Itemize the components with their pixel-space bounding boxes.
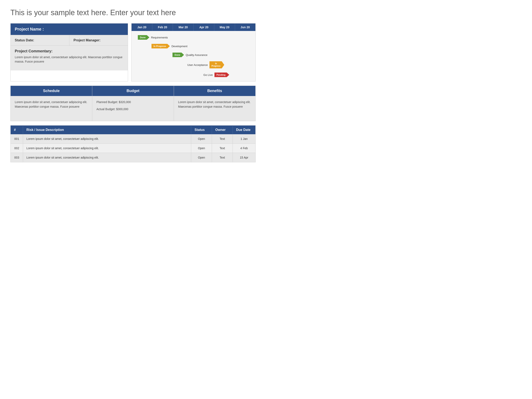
risk-desc: Lorem ipsum dolor sit amet, consectetuer…	[23, 134, 191, 144]
risk-num: 001	[11, 134, 23, 144]
benefits-text: Lorem ipsum dolor sit amet, consectetuer…	[178, 100, 251, 108]
gantt-row-user-acceptance: User Acceptance InProgress	[132, 59, 255, 70]
col-header-status: Status	[191, 126, 212, 134]
qa-label: Quality Assurance	[186, 53, 207, 57]
risk-table-row: 003 Lorem ipsum dolor sit amet, consecte…	[11, 153, 256, 162]
risk-due-date: 15 Apr	[233, 153, 256, 162]
development-status-arrow: In Progress	[152, 44, 170, 48]
risk-status: Open	[191, 134, 212, 144]
gantt-chart: Jan 20 Feb 20 Mar 20 Apr 20 May 20 Jun 2…	[131, 23, 256, 82]
risk-num: 002	[11, 144, 23, 153]
risk-desc: Lorem ipsum dolor sit amet, consectetuer…	[23, 144, 191, 153]
risk-owner: Text	[212, 153, 233, 162]
left-panel: Project Name : Status Date: Project Mana…	[10, 23, 128, 82]
gantt-month-may: May 20	[214, 24, 235, 31]
risk-owner: Text	[212, 134, 233, 144]
risk-table-header-row: # Risk / Issue Description Status Owner …	[11, 126, 256, 134]
risk-table-row: 001 Lorem ipsum dolor sit amet, consecte…	[11, 134, 256, 144]
risk-status: Open	[191, 144, 212, 153]
budget-body: Planned Budget: $320,000 Actual Budget: …	[92, 96, 174, 121]
requirements-status-arrow: Done	[138, 35, 149, 40]
project-manager-label: Project Manager:	[74, 38, 101, 42]
top-section: Project Name : Status Date: Project Mana…	[10, 23, 256, 82]
project-name-row: Project Name :	[11, 24, 128, 35]
gantt-row-requirements: Done Requirements	[132, 33, 255, 42]
gantt-header: Jan 20 Feb 20 Mar 20 Apr 20 May 20 Jun 2…	[132, 24, 255, 31]
commentary-title: Project Commentary:	[15, 49, 124, 53]
risk-status: Open	[191, 153, 212, 162]
gantt-month-apr: Apr 20	[194, 24, 214, 31]
schedule-body: Lorem ipsum dolor sit amet, consectetuer…	[11, 96, 92, 121]
budget-header: Budget	[92, 86, 174, 96]
gantt-month-mar: Mar 20	[173, 24, 193, 31]
benefits-body: Lorem ipsum dolor sit amet, consectetuer…	[174, 96, 255, 121]
status-date-label: Status Date:	[15, 38, 34, 42]
status-date-cell: Status Date:	[11, 35, 70, 45]
risk-desc: Lorem ipsum dolor sit amet, consectetuer…	[23, 153, 191, 162]
risk-due-date: 4 Feb	[233, 144, 256, 153]
col-header-desc: Risk / Issue Description	[23, 126, 191, 134]
risk-num: 003	[11, 153, 23, 162]
benefits-col: Benefits Lorem ipsum dolor sit amet, con…	[174, 86, 255, 121]
gantt-month-jan: Jan 20	[132, 24, 152, 31]
actual-budget: Actual Budget: $300,000	[96, 107, 170, 111]
gantt-body: Done Requirements In Progress Developmen…	[132, 31, 255, 81]
risk-owner: Text	[212, 144, 233, 153]
mid-section: Schedule Lorem ipsum dolor sit amet, con…	[10, 86, 256, 121]
page-title: This is your sample text here. Enter you…	[10, 8, 256, 17]
gantt-month-feb: Feb 20	[152, 24, 173, 31]
risk-due-date: 1 Jan	[233, 134, 256, 144]
go-live-label: Go Live	[203, 73, 213, 76]
col-header-owner: Owner	[212, 126, 233, 134]
gantt-row-development: In Progress Development	[132, 42, 255, 51]
risk-table-row: 002 Lorem ipsum dolor sit amet, consecte…	[11, 144, 256, 153]
development-label: Development	[171, 45, 187, 48]
risk-table: # Risk / Issue Description Status Owner …	[10, 125, 256, 162]
planned-budget: Planned Budget: $320,000	[96, 100, 170, 104]
qa-status-arrow: Done	[172, 53, 184, 57]
benefits-header: Benefits	[174, 86, 255, 96]
requirements-label: Requirements	[151, 36, 168, 39]
user-acceptance-status-arrow: InProgress	[209, 61, 224, 68]
project-manager-cell: Project Manager:	[70, 35, 128, 45]
col-header-due-date: Due Date	[233, 126, 256, 134]
commentary-text: Lorem ipsum dolor sit amet, consectetuer…	[15, 55, 124, 64]
gantt-row-qa: Done Quality Assurance	[132, 51, 255, 59]
gantt-row-go-live: Go Live Pending	[132, 70, 255, 79]
schedule-col: Schedule Lorem ipsum dolor sit amet, con…	[11, 86, 92, 121]
status-manager-row: Status Date: Project Manager:	[11, 35, 128, 45]
schedule-text: Lorem ipsum dolor sit amet, consectetuer…	[15, 100, 87, 108]
schedule-header: Schedule	[11, 86, 92, 96]
budget-col: Budget Planned Budget: $320,000 Actual B…	[92, 86, 174, 121]
project-name-label: Project Name :	[15, 27, 44, 31]
gantt-month-jun: Jun 20	[235, 24, 255, 31]
user-acceptance-label: User Acceptance	[187, 63, 208, 66]
go-live-status-arrow: Pending	[215, 73, 229, 77]
col-header-num: #	[11, 126, 23, 134]
commentary-row: Project Commentary: Lorem ipsum dolor si…	[11, 45, 128, 70]
